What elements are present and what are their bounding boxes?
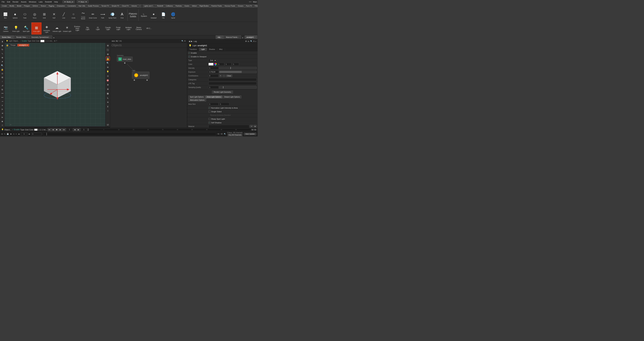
play-step-back[interactable]: ◀ xyxy=(51,128,55,131)
tab-render-close[interactable]: × xyxy=(26,36,27,38)
tab-obj-close[interactable]: × xyxy=(221,36,222,38)
vp-rt-lock[interactable]: 🔒 xyxy=(106,57,110,61)
tb-collisions[interactable]: Collisions xyxy=(164,4,174,8)
props-nav-back[interactable]: ◀ xyxy=(189,40,190,42)
vp-rt-7[interactable]: ⊙ xyxy=(106,74,110,78)
light-portal[interactable]: PortalLight xyxy=(113,22,123,34)
enable-checkbox[interactable] xyxy=(188,52,190,54)
lt-16[interactable]: ⊲ xyxy=(0,111,4,115)
contributions-minus[interactable]: − xyxy=(222,74,225,77)
contributions-plus[interactable]: + xyxy=(219,74,222,77)
tool-torus[interactable]: ◎ Torus xyxy=(30,9,39,21)
tb-more[interactable]: + xyxy=(138,4,142,8)
lt-select[interactable]: ⬆ xyxy=(0,40,4,43)
tool-spray-paint[interactable]: 💨 Spray Paint xyxy=(108,9,117,21)
tab-obj[interactable]: /obj × xyxy=(216,35,224,39)
distant-light-options-tab[interactable]: Distant Light Options xyxy=(223,95,241,98)
tool-grid[interactable]: ⊞ Grid xyxy=(40,9,49,21)
lt-12[interactable]: ⊷ xyxy=(0,95,4,99)
single-sided-checkbox[interactable] xyxy=(208,111,210,113)
tb-characters[interactable]: Characters xyxy=(56,4,66,8)
workspace-selector[interactable]: ✦ Main ▼ xyxy=(77,0,88,3)
frame-input[interactable] xyxy=(66,128,73,131)
vp-rt-15[interactable]: ⊺ xyxy=(106,109,110,113)
exposure-slider[interactable] xyxy=(219,71,256,73)
light-stereo-camera[interactable]: StereoCamera xyxy=(134,22,144,34)
tool-platonic[interactable]: PlatonicSolids xyxy=(128,9,138,21)
lt-handle[interactable]: ⊕ xyxy=(0,56,4,59)
light-area[interactable]: ▦ Area Light xyxy=(31,22,42,34)
lt-7[interactable]: ⊞ xyxy=(0,76,4,79)
tb-polygon[interactable]: Polygon xyxy=(23,4,31,8)
frame-current-input[interactable] xyxy=(21,133,28,136)
play-stop[interactable]: ⏹ xyxy=(55,128,58,131)
tab-geo-spreadsheet[interactable]: Geometry Spreadsheet × xyxy=(30,35,52,39)
contributions-input[interactable] xyxy=(208,74,218,77)
enable-viewport-checkbox[interactable] xyxy=(188,56,190,58)
sb-tool5[interactable]: ⊙ xyxy=(13,133,14,135)
play-step-fwd2[interactable]: ▶ xyxy=(77,128,80,131)
light-sky[interactable]: SkyLight xyxy=(82,22,92,34)
sb-tool3[interactable]: 💾 xyxy=(7,133,9,135)
tool-tube[interactable]: ⬭ Tube xyxy=(20,9,30,21)
play-play[interactable]: ▶ xyxy=(59,128,62,131)
light-caustic[interactable]: CausticLight xyxy=(103,22,113,34)
menu-labs[interactable]: Labs xyxy=(38,0,44,3)
node-graph-area[interactable]: Geometry ⊞ read_data Light xyxy=(110,48,187,128)
tb-viscous-fluids[interactable]: Viscous Fluids xyxy=(223,4,236,8)
lock-icon[interactable]: 🔒 xyxy=(6,44,8,46)
auto-update-button[interactable]: Auto Update xyxy=(244,133,256,135)
lt-19[interactable]: ⊹ xyxy=(0,123,4,127)
vp-rt-9[interactable]: ⊗ xyxy=(106,83,110,87)
props-search-icon[interactable]: 🔍 xyxy=(250,40,252,42)
tab-material-palette[interactable]: Material Palette × xyxy=(224,35,241,39)
tb-redshift2[interactable]: Redshift xyxy=(156,4,164,8)
tb-particle-fluids[interactable]: Particle Fluids xyxy=(210,4,223,8)
tool-box[interactable]: ⬜ Box xyxy=(1,9,10,21)
tb-guide-process[interactable]: Guide Process xyxy=(86,4,100,8)
tb-lights-clouds[interactable]: Lights and C... xyxy=(142,4,156,8)
props-h-icon[interactable]: H xyxy=(248,40,249,42)
tab-scene-close[interactable]: × xyxy=(12,36,12,38)
props-close[interactable]: × xyxy=(255,40,256,42)
vp-rt-3[interactable]: ⊠ xyxy=(106,52,110,56)
tb-fem[interactable]: FEM xyxy=(254,4,258,8)
lt-6[interactable]: 🔒 xyxy=(0,68,4,71)
timeline-track[interactable]: 1 5 10 15 20 25 30 35 40 45 50 xyxy=(88,128,251,131)
frame-display[interactable] xyxy=(32,133,42,136)
contributions-clear[interactable]: Clear xyxy=(226,74,232,77)
sb-step-fwd[interactable]: ▶ xyxy=(29,133,30,135)
intensity-slider[interactable] xyxy=(219,67,256,69)
key-all-channels-button[interactable]: Key All Channels xyxy=(228,134,243,136)
vp-rt-12[interactable]: ⊾ xyxy=(106,96,110,100)
tool-circle[interactable]: ○ Circle xyxy=(69,9,78,21)
sb-tool1[interactable]: ⊞ xyxy=(1,133,3,135)
vp-rt-10[interactable]: ⊕ xyxy=(106,87,110,91)
spot-light-options-tab[interactable]: Spot Light Options xyxy=(188,95,205,98)
tab-props-close[interactable]: × xyxy=(254,36,256,38)
tool-sphere[interactable]: ● Sphere xyxy=(10,9,20,21)
menu-edit[interactable]: Edit xyxy=(6,0,11,3)
color-g-input[interactable] xyxy=(225,63,232,66)
material-input[interactable] xyxy=(208,125,249,128)
vp-rt-2[interactable]: ⬛ xyxy=(106,48,110,52)
tb-vellum[interactable]: Vellum xyxy=(191,4,198,8)
menu-assets[interactable]: Assets xyxy=(20,0,28,3)
lt-18[interactable]: ◈ xyxy=(0,119,4,123)
tab-material-close[interactable]: × xyxy=(238,36,239,38)
tb-rigid-bodies[interactable]: Rigid Bodies xyxy=(198,4,210,8)
categories-input[interactable] xyxy=(208,78,256,81)
tool-curve-bezier[interactable]: 〜 Curve Bezier xyxy=(78,9,88,21)
tab-scene-view[interactable]: Scene View × xyxy=(0,35,14,39)
add-obj-tab[interactable]: + xyxy=(241,36,244,39)
lt-5[interactable]: 🔍 xyxy=(0,64,4,67)
vp-rt-5[interactable]: 👁 xyxy=(106,65,110,69)
lt-snap[interactable]: ⊙ xyxy=(0,72,4,75)
tool-draw-curve[interactable]: ✏ Draw Curve xyxy=(88,9,98,21)
lt-scale[interactable]: ⤡ xyxy=(0,52,4,55)
lpe-input[interactable] xyxy=(208,82,256,85)
tool-null[interactable]: ✕ Null xyxy=(49,9,59,21)
obj-search[interactable]: 🔍 xyxy=(182,40,184,42)
light-gi[interactable]: GILight xyxy=(93,22,103,34)
menu-render[interactable]: Render xyxy=(12,0,20,3)
